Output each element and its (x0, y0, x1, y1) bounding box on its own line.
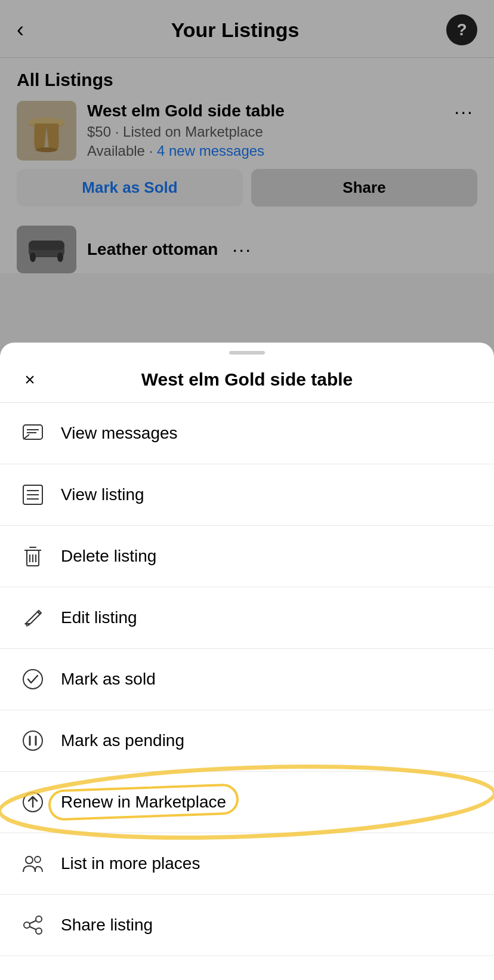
menu-item-renew-marketplace[interactable]: Renew in Marketplace (0, 772, 494, 833)
svg-point-27 (26, 856, 33, 864)
menu-label: Delete listing (61, 547, 156, 566)
menu-label: Edit listing (61, 608, 137, 627)
menu-item-view-listing[interactable]: View listing (0, 464, 494, 526)
check-circle-icon (19, 665, 47, 693)
svg-point-30 (24, 922, 30, 928)
menu-label: List in more places (61, 854, 200, 873)
menu-item-share-listing[interactable]: Share listing (0, 895, 494, 956)
menu-label: Share listing (61, 916, 153, 935)
svg-point-31 (36, 928, 42, 934)
menu-item-view-messages[interactable]: View messages (0, 403, 494, 464)
menu-item-mark-as-pending[interactable]: Mark as pending (0, 710, 494, 772)
upload-circle-icon (19, 788, 47, 816)
message-icon (19, 420, 47, 447)
menu-label: Mark as pending (61, 731, 184, 750)
svg-line-33 (30, 927, 36, 930)
menu-item-delete-listing[interactable]: Delete listing (0, 526, 494, 587)
list-icon (19, 481, 47, 509)
menu-label: View listing (61, 485, 144, 504)
menu-item-edit-listing[interactable]: Edit listing (0, 587, 494, 649)
menu-label: Mark as sold (61, 670, 156, 689)
sheet-handle (0, 343, 494, 355)
svg-point-28 (35, 856, 41, 862)
bottom-sheet: × West elm Gold side table View messages (0, 343, 494, 980)
menu-item-mark-as-sold[interactable]: Mark as sold (0, 649, 494, 710)
pause-circle-icon (19, 727, 47, 754)
menu-list: View messages View listing (0, 403, 494, 956)
svg-point-20 (23, 670, 42, 689)
close-button[interactable]: × (17, 366, 43, 393)
svg-line-32 (30, 921, 36, 924)
menu-label: View messages (61, 424, 178, 443)
renew-marketplace-label: Renew in Marketplace (61, 793, 226, 812)
sheet-header: × West elm Gold side table (0, 355, 494, 403)
trash-icon (19, 543, 47, 570)
menu-item-list-more-places[interactable]: List in more places (0, 833, 494, 895)
pencil-icon (19, 604, 47, 631)
people-icon (19, 850, 47, 877)
svg-point-29 (36, 916, 42, 922)
share-icon (19, 911, 47, 939)
svg-point-21 (23, 731, 42, 750)
sheet-title: West elm Gold side table (43, 369, 477, 390)
